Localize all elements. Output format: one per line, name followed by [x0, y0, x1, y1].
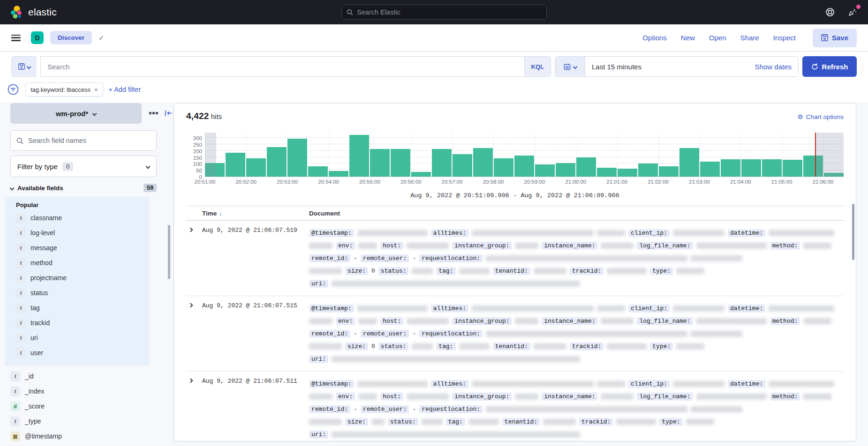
available-fields-header[interactable]: Available fields 59	[10, 184, 157, 192]
time-column-header[interactable]: Time ↓	[186, 210, 309, 217]
bar-20:53:30[interactable]	[308, 166, 328, 177]
kql-language-button[interactable]: KQL	[524, 57, 551, 76]
bar-20:51:30[interactable]	[226, 153, 245, 177]
nav-link-share[interactable]: Share	[740, 34, 759, 42]
bar-20:53:00[interactable]	[287, 139, 307, 177]
redacted-value	[459, 343, 490, 349]
elastic-logo[interactable]: elastic	[9, 5, 57, 20]
nav-link-inspect[interactable]: Inspect	[773, 34, 796, 42]
bar-21:03:30[interactable]	[721, 159, 740, 177]
field-item-status[interactable]: tstatus	[16, 285, 149, 300]
field-item-projectname[interactable]: tprojectname	[16, 270, 149, 285]
query-placeholder: Search	[41, 63, 524, 71]
bar-21:02:30[interactable]	[679, 148, 699, 177]
menu-icon[interactable]	[11, 35, 21, 41]
bar-21:04:00[interactable]	[741, 159, 761, 177]
show-dates-button[interactable]: Show dates	[755, 63, 798, 71]
bar-21:04:30[interactable]	[762, 159, 782, 177]
filter-menu-icon[interactable]	[7, 83, 20, 96]
field-item-log-level[interactable]: tlog-level	[16, 225, 149, 240]
results-scrollbar[interactable]	[852, 204, 854, 260]
row-document[interactable]: @timestamp:alltimes:client_ip:datetime:e…	[309, 227, 844, 290]
expand-row-icon[interactable]	[186, 378, 202, 441]
newsfeed-icon[interactable]	[846, 6, 859, 18]
field-actions-icon[interactable]	[149, 112, 158, 114]
x-tick-label: 21:03:00	[689, 179, 710, 185]
field-item-user[interactable]: tuser	[16, 345, 149, 360]
refresh-button[interactable]: Refresh	[802, 56, 857, 77]
bar-20:55:30[interactable]	[391, 149, 410, 177]
saved-query-menu-button[interactable]	[11, 56, 37, 77]
bar-20:52:30[interactable]	[267, 147, 287, 177]
bar-20:59:00[interactable]	[535, 164, 555, 177]
bar-20:59:30[interactable]	[556, 163, 575, 177]
time-range-value[interactable]: Last 15 minutes	[585, 63, 755, 71]
redacted-value	[676, 343, 704, 349]
bar-20:54:30[interactable]	[349, 135, 369, 177]
bar-20:57:00[interactable]	[453, 154, 472, 177]
field-item-classname[interactable]: tclassname	[16, 210, 149, 225]
remove-filter-icon[interactable]: ×	[94, 86, 98, 93]
field-item-_type[interactable]: t_type	[10, 414, 172, 429]
field-item-accountid[interactable]: taccountid	[10, 444, 172, 446]
field-item-method[interactable]: tmethod	[16, 255, 149, 270]
bar-21:00:30[interactable]	[597, 168, 617, 177]
add-filter-button[interactable]: + Add filter	[109, 86, 141, 93]
space-avatar[interactable]: D	[31, 31, 44, 44]
date-picker: Last 15 minutes Show dates	[555, 56, 799, 77]
field-item-tag[interactable]: ttag	[16, 300, 149, 315]
bar-20:58:00[interactable]	[494, 158, 513, 177]
chart-plot[interactable]	[205, 133, 844, 177]
text-field-icon: t	[10, 416, 20, 426]
bar-21:02:00[interactable]	[659, 166, 679, 177]
expand-row-icon[interactable]	[186, 227, 202, 290]
field-item-_index[interactable]: t_index	[10, 384, 172, 399]
date-quick-menu-button[interactable]	[555, 57, 585, 76]
global-search-input[interactable]: Search Elastic	[341, 5, 547, 20]
doc-field-tag: tag:	[446, 418, 465, 426]
nav-link-new[interactable]: New	[681, 34, 695, 42]
bar-21:05:00[interactable]	[783, 160, 802, 177]
field-item-message[interactable]: tmessage	[16, 240, 149, 255]
nav-link-options[interactable]: Options	[642, 34, 667, 42]
query-input[interactable]: Search KQL	[40, 56, 551, 77]
bar-21:01:00[interactable]	[618, 169, 637, 177]
bar-20:54:00[interactable]	[329, 171, 348, 177]
collapse-sidebar-icon[interactable]	[165, 110, 173, 117]
bar-20:56:00[interactable]	[411, 172, 431, 177]
field-item-@timestamp[interactable]: ▦@timestamp	[10, 429, 172, 444]
bar-20:56:30[interactable]	[432, 149, 452, 177]
field-item-trackid[interactable]: ttrackid	[16, 315, 149, 330]
bar-20:57:30[interactable]	[473, 148, 493, 177]
row-document[interactable]: @timestamp:alltimes:client_ip:datetime:e…	[309, 378, 844, 441]
bar-20:52:00[interactable]	[246, 158, 266, 177]
brand-name: elastic	[28, 7, 57, 18]
help-icon[interactable]	[824, 6, 836, 18]
filter-by-type-label: Filter by type	[17, 163, 58, 171]
nav-link-open[interactable]: Open	[709, 34, 726, 42]
chart-options-button[interactable]: ⚙ Chart options	[798, 113, 844, 120]
field-item-_id[interactable]: t_id	[10, 369, 172, 384]
save-button[interactable]: Save	[813, 29, 857, 47]
filter-by-type-button[interactable]: Filter by type 0	[10, 156, 157, 177]
bar-21:03:00[interactable]	[700, 162, 720, 177]
redacted-value	[597, 381, 625, 387]
breadcrumb[interactable]: Discover	[50, 31, 92, 45]
sidebar-scrollbar[interactable]	[168, 225, 170, 279]
filter-pill[interactable]: tag.keyword: lbaccess ×	[25, 82, 103, 97]
row-document[interactable]: @timestamp:alltimes:client_ip:datetime:e…	[309, 302, 844, 365]
doc-field-status: status:	[388, 418, 418, 426]
expand-row-icon[interactable]	[186, 302, 202, 365]
sort-desc-icon[interactable]: ↓	[219, 210, 222, 217]
index-pattern-switcher[interactable]: wm-prod*	[10, 103, 142, 124]
field-name: user	[30, 349, 43, 357]
field-item-uri[interactable]: turi	[16, 330, 149, 345]
bar-21:01:30[interactable]	[638, 164, 658, 177]
bar-20:58:30[interactable]	[514, 156, 534, 177]
field-item-_score[interactable]: #_score	[10, 399, 172, 414]
doc-field-instance_name: instance_name:	[542, 242, 597, 250]
field-search-input[interactable]: Search field names	[10, 130, 157, 151]
bar-21:00:00[interactable]	[576, 157, 596, 177]
doc-field-trackid: trackid:	[570, 267, 604, 275]
bar-20:55:00[interactable]	[370, 149, 390, 177]
